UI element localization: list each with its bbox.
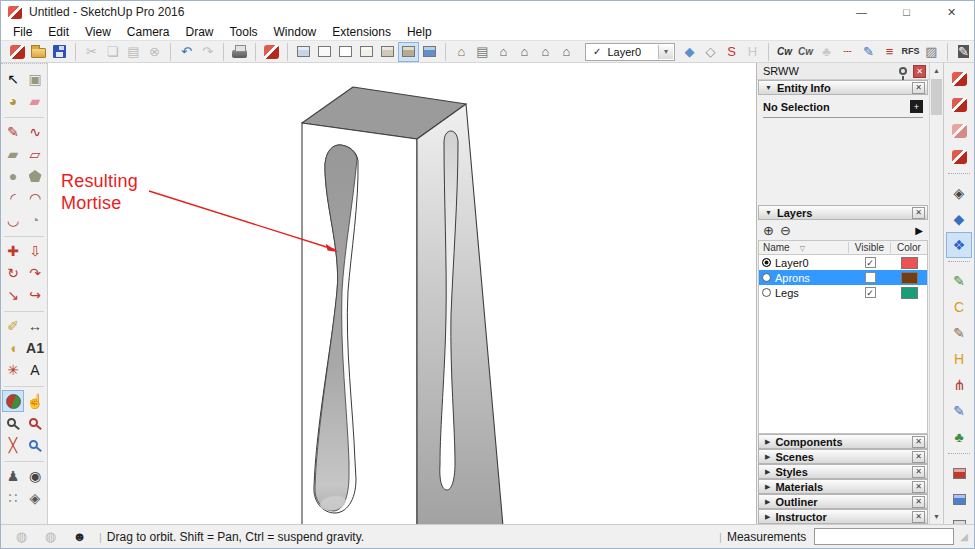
panel-materials[interactable]: ▶ Materials ✕ [758,479,928,494]
menu-draw[interactable]: Draw [178,25,222,39]
panel-close-button[interactable]: ✕ [912,496,925,508]
red-cube-button[interactable] [946,460,972,486]
paste-button[interactable]: ▤ [123,42,144,62]
scroll-down-arrow[interactable]: ▼ [930,509,943,524]
layers-menu-button[interactable]: ▶ [915,225,923,236]
new-button[interactable] [7,42,28,62]
blue-cube-button[interactable] [946,486,972,512]
h-tool-button[interactable]: H [946,346,972,372]
panel-scenes[interactable]: ▶ Scenes ✕ [758,449,928,464]
layer-dropdown[interactable]: ✓ Layer0 ▾ [585,43,675,61]
back-edges-button[interactable] [314,42,335,62]
panel-close-button[interactable]: ✕ [912,481,925,493]
resize-grip[interactable]: ◢ [960,531,968,542]
layer-visible-checkbox[interactable] [865,287,876,298]
left-view-button[interactable]: ⌂ [556,42,577,62]
panel-instructor[interactable]: ▶ Instructor ✕ [758,509,928,524]
line-tool[interactable]: ✎ [2,121,24,143]
extension-d-button[interactable] [946,144,972,170]
user-account-button[interactable]: ☻ [72,529,87,544]
layer-clear-button[interactable]: ◇ [700,42,721,62]
hatch-button[interactable]: ▨ [921,42,942,62]
c-bracket-button[interactable]: C [946,294,972,320]
arc-tool[interactable]: ◜ [2,187,24,209]
top-view-button[interactable]: ▤ [472,42,493,62]
open-button[interactable] [28,42,49,62]
rotate-tool[interactable]: ↻ [2,262,24,284]
protractor-tool[interactable]: ◖ [2,337,24,359]
two-point-arc-tool[interactable]: ◠ [24,187,46,209]
column-header-color[interactable]: Color [891,242,927,253]
tray-header[interactable]: SRWW ✕ [757,63,929,80]
color-by-layer-button[interactable]: ◆ [679,42,700,62]
shield-tool-button[interactable]: ◆ [946,206,972,232]
layer-row-layer0[interactable]: Layer0 [759,255,927,270]
compass-tool-button[interactable]: ◈ [946,180,972,206]
look-around-tool[interactable]: ◉ [24,465,46,487]
entity-info-close-button[interactable]: ✕ [912,82,925,94]
menu-extensions[interactable]: Extensions [324,25,399,39]
iso-view-button[interactable]: ⌂ [451,42,472,62]
scroll-thumb[interactable] [931,79,942,115]
3d-text-tool[interactable]: A [24,359,46,381]
measurements-input[interactable] [814,528,954,545]
select-tool[interactable]: ↖ [2,68,24,90]
geolocation-button[interactable]: ◍ [14,529,29,544]
print-button[interactable] [229,42,250,62]
pie-tool[interactable]: ◔ [24,209,46,231]
copy-button[interactable]: ❏ [102,42,123,62]
remove-layer-button[interactable]: ⊖ [780,224,791,237]
follow-me-tool[interactable]: ↷ [24,262,46,284]
position-camera-tool[interactable]: ♟ [2,465,24,487]
column-header-name[interactable]: Name▽ [759,242,849,253]
shaded-button[interactable] [377,42,398,62]
walk-tool[interactable]: ∷ [2,487,24,509]
zoom-window-tool[interactable] [24,412,46,434]
layer-row-aprons[interactable]: Aprons [759,270,927,285]
chevron-down-icon[interactable]: ▾ [658,45,673,59]
menu-file[interactable]: File [5,25,40,39]
close-button[interactable]: ✕ [929,1,974,23]
layers-s-button[interactable]: S [721,42,742,62]
entity-info-header[interactable]: ▼ Entity Info ✕ [758,80,928,95]
make-component-tool[interactable]: ▣ [24,68,46,90]
shaded-textures-button[interactable] [398,42,419,62]
extension-b-button[interactable] [946,92,972,118]
redo-button[interactable]: ↷ [197,42,218,62]
add-layer-button[interactable]: ⊕ [763,224,774,237]
tray-close-button[interactable]: ✕ [913,65,926,78]
menu-window[interactable]: Window [266,25,325,39]
back-view-button[interactable]: ⌂ [535,42,556,62]
rectangle-tool[interactable]: ▰ [2,143,24,165]
text-tool[interactable]: A1 [24,337,46,359]
shield-edit-button[interactable]: ✎ [858,42,879,62]
menu-camera[interactable]: Camera [119,25,178,39]
dimension-tool[interactable]: ↔ [24,315,46,337]
layer-color-swatch[interactable] [901,272,918,284]
layers-close-button[interactable]: ✕ [912,207,925,219]
undo-button[interactable]: ↶ [176,42,197,62]
panel-close-button[interactable]: ✕ [912,451,925,463]
layers-h-button[interactable]: H [742,42,763,62]
pin-icon[interactable] [899,67,907,75]
three-point-arc-tool[interactable]: ◡ [2,209,24,231]
panel-outliner[interactable]: ▶ Outliner ✕ [758,494,928,509]
scale-tool[interactable]: ↘ [2,284,24,306]
extension-a-button[interactable] [946,66,972,92]
xray-mode-button[interactable] [293,42,314,62]
minimize-button[interactable]: — [839,1,884,23]
pan-tool[interactable]: ☝ [24,390,46,412]
grid-pencil-button[interactable]: ✎ [946,398,972,424]
menu-help[interactable]: Help [399,25,440,39]
panel-close-button[interactable]: ✕ [912,466,925,478]
menu-edit[interactable]: Edit [40,25,77,39]
menu-view[interactable]: View [77,25,119,39]
knife-button[interactable]: ✎ [946,320,972,346]
hidden-line-button[interactable] [356,42,377,62]
front-view-button[interactable]: ⌂ [493,42,514,62]
layer-row-legs[interactable]: Legs [759,285,927,300]
layer-current-radio[interactable] [762,258,771,267]
offset-tool[interactable]: ↪ [24,284,46,306]
entity-info-details-toggle[interactable]: + [910,100,923,113]
move-tool[interactable]: ✚ [2,240,24,262]
